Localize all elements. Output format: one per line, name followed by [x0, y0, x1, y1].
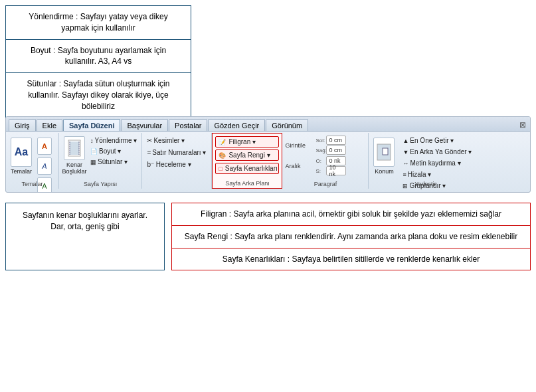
btn-en-one-getir[interactable]: ▲ En Öne Getir ▾ — [401, 136, 474, 146]
annotation-yonlendirme-text: Yönlendirme : Sayfayı yatay veya dikey y… — [29, 12, 167, 33]
temalar-icon: Aа — [11, 138, 32, 167]
paragraf-label: Paragraf — [282, 181, 368, 187]
btn-filigran[interactable]: 📝 Filigran ▾ — [215, 136, 279, 147]
btn-dondur[interactable]: ↻ Döndür ▾ — [401, 192, 474, 193]
aralik-row: Aralık Ö: 0 nk S: 10 nk — [285, 156, 365, 175]
annotation-sayfa-kenarliklar-text: Sayfa Kenarlıkları : Sayfaya belirtilen … — [223, 254, 480, 264]
girintile-sag-input[interactable]: 0 cm — [326, 146, 346, 155]
girintile-sol: Sol: 0 cm — [315, 136, 346, 145]
girintile-sol-input[interactable]: 0 cm — [326, 136, 346, 145]
bottom-left-text: Sayfanın kenar boşluklarını ayarlar. Dar… — [23, 211, 147, 231]
ribbon: Giriş Ekle Sayfa Düzeni Başvurular Posta… — [5, 116, 531, 193]
btn-renkler[interactable]: A — [35, 137, 54, 155]
annotation-sayfa-kenarliklar: Sayfa Kenarlıkları : Sayfaya belirtilen … — [172, 248, 530, 270]
sayfa-arka-plani-label: Sayfa Arka Planı — [213, 180, 282, 187]
sayfa-yapisi-label: Sayfa Yapısı — [59, 181, 141, 187]
group-yerlestir: Konum ▲ En Öne Getir ▾ ▼ En Arka Ya Gönd… — [369, 133, 482, 189]
konum-icon — [373, 138, 395, 167]
annotation-boyut: Boyut : Sayfa boyutunu ayarlamak için ku… — [6, 40, 191, 74]
annotation-filigran: Filigran : Sayfa arka planına acil, örne… — [172, 203, 530, 226]
annotation-sayfa-rengi-text: Sayfa Rengi : Sayfa arka planı renklendi… — [185, 232, 517, 241]
group-temalar: Aа Temalar A A A — [6, 133, 59, 189]
btn-sutunlar[interactable]: ▦ Sütunlar ▾ — [88, 157, 139, 167]
extras-inner: ✂ Kesimler ▾ = Satır Numaraları ▾ b⁻ Hec… — [145, 134, 209, 187]
btn-yazi-tipleri[interactable]: A — [35, 157, 54, 175]
tab-gozden-gecir[interactable]: Gözden Geçir — [208, 119, 265, 131]
aralik-sonra: S: 10 nk — [315, 166, 346, 175]
sayfa-arka-plani-inner: 📝 Filigran ▾ 🎨 Sayfa Rengi ▾ □ Sayfa Ken… — [215, 135, 279, 187]
yazi-tipleri-icon: A — [37, 157, 52, 175]
btn-yonlendirme[interactable]: ↕ Yönlendirme ▾ — [88, 136, 139, 146]
ribbon-wrapper: Giriş Ekle Sayfa Düzeni Başvurular Posta… — [5, 116, 531, 193]
tab-sayfa-duzeni[interactable]: Sayfa Düzeni — [63, 119, 120, 131]
bottom-section: Sayfanın kenar boşluklarını ayarlar. Dar… — [5, 203, 531, 270]
tab-bar: Giriş Ekle Sayfa Düzeni Başvurular Posta… — [6, 117, 530, 132]
arka-plani-col: 📝 Filigran ▾ 🎨 Sayfa Rengi ▾ □ Sayfa Ken… — [215, 135, 279, 174]
annotation-sutunlar-text: Sütunlar : Sayfada sütun oluşturmak için… — [27, 79, 170, 111]
btn-konum[interactable]: Konum — [371, 134, 397, 177]
btn-heceleme[interactable]: b⁻ Heceleme ▾ — [145, 159, 208, 169]
btn-temalar[interactable]: Aа Temalar — [9, 134, 34, 177]
btn-en-arka-ya-gonder[interactable]: ▼ En Arka Ya Gönder ▾ — [401, 147, 474, 157]
tab-giris[interactable]: Giriş — [9, 119, 36, 131]
btn-sayfa-kenarliklar[interactable]: □ Sayfa Kenarlıkları — [215, 163, 279, 174]
yerlestir-label: Yerleştir — [369, 181, 482, 187]
group-paragraf: Girintile Sol: 0 cm Sağ: 0 cm — [282, 133, 369, 189]
aralik-sonra-input[interactable]: 10 nk — [326, 166, 346, 175]
annotation-sayfa-rengi: Sayfa Rengi : Sayfa arka planı renklendi… — [172, 226, 530, 248]
svg-rect-11 — [70, 142, 79, 155]
btn-sayfa-rengi[interactable]: 🎨 Sayfa Rengi ▾ — [215, 149, 279, 161]
renkler-icon: A — [37, 138, 52, 155]
svg-rect-15 — [383, 148, 388, 155]
btn-satir-numaralari[interactable]: = Satır Numaraları ▾ — [145, 147, 208, 157]
sayfa-yapisi-col: ↕ Yönlendirme ▾ 📄 Boyut ▾ ▦ Sütunlar ▾ — [88, 134, 139, 167]
btn-hizala[interactable]: ≡ Hizala ▾ — [401, 169, 474, 179]
tab-postalar[interactable]: Postalar — [169, 119, 207, 131]
tab-ekle[interactable]: Ekle — [37, 119, 62, 131]
top-annotation-boxes: Yönlendirme : Sayfayı yatay veya dikey y… — [5, 5, 191, 118]
btn-boyut[interactable]: 📄 Boyut ▾ — [88, 146, 139, 156]
ribbon-content: Aа Temalar A A A — [6, 132, 530, 190]
girintile-row: Girintile Sol: 0 cm Sağ: 0 cm — [285, 136, 365, 155]
bottom-left-annotation: Sayfanın kenar boşluklarını ayarlar. Dar… — [5, 203, 165, 270]
group-extras: ✂ Kesimler ▾ = Satır Numaraları ▾ b⁻ Hec… — [142, 133, 212, 189]
bottom-right-annotations: Filigran : Sayfa arka planına acil, örne… — [171, 203, 531, 270]
sayfa-yapisi-inner: KenarBoşluklar ↕ Yönlendirme ▾ 📄 Boyut ▾ — [62, 134, 139, 187]
tab-basvurular[interactable]: Başvurular — [121, 119, 168, 131]
group-sayfa-arka-plani: 📝 Filigran ▾ 🎨 Sayfa Rengi ▾ □ Sayfa Ken… — [212, 133, 282, 189]
main-container: Yönlendirme : Sayfayı yatay veya dikey y… — [0, 0, 536, 13]
btn-kenar-bosluklari[interactable]: KenarBoşluklar — [62, 134, 87, 177]
paragraf-inner: Girintile Sol: 0 cm Sağ: 0 cm — [285, 134, 365, 187]
btn-kesimler[interactable]: ✂ Kesimler ▾ — [145, 136, 208, 146]
group-sayfa-yapisi: KenarBoşluklar ↕ Yönlendirme ▾ 📄 Boyut ▾ — [59, 133, 142, 189]
annotation-filigran-text: Filigran : Sayfa arka planına acil, örne… — [201, 209, 501, 219]
extras-col: ✂ Kesimler ▾ = Satır Numaraları ▾ b⁻ Hec… — [145, 134, 208, 169]
girintile-sag: Sağ: 0 cm — [315, 146, 346, 155]
kenar-bosluklari-icon — [64, 136, 85, 160]
annotation-yonlendirme: Yönlendirme : Sayfayı yatay veya dikey y… — [6, 6, 191, 40]
btn-metin-kaydirma[interactable]: ↔ Metin kaydırma ▾ — [401, 158, 474, 168]
annotation-sutunlar: Sütunlar : Sayfada sütun oluşturmak için… — [6, 73, 191, 117]
tab-gorunum[interactable]: Görünüm — [266, 119, 308, 131]
temalar-label: Temalar — [6, 181, 58, 187]
tab-end-area: ⊠ — [515, 119, 530, 131]
annotation-boyut-text: Boyut : Sayfa boyutunu ayarlamak için ku… — [31, 46, 166, 66]
